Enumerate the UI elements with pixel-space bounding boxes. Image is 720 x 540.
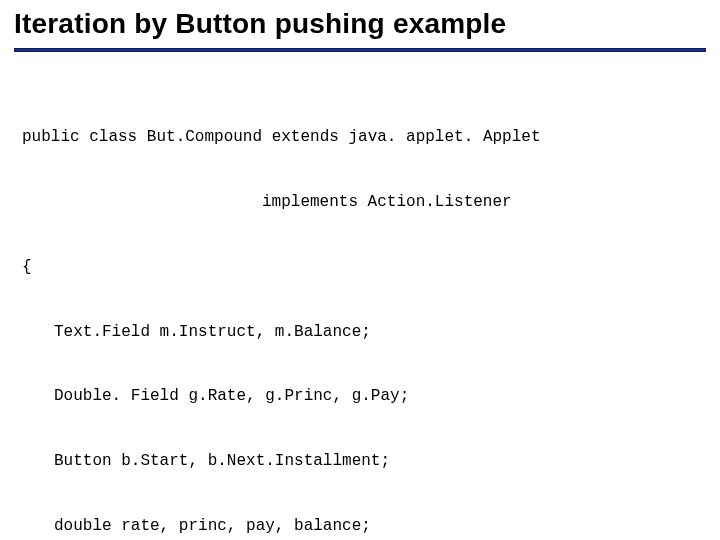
code-line-2: implements Action.Listener (22, 192, 706, 214)
slide-title: Iteration by Button pushing example (14, 8, 706, 40)
code-line-4: Text.Field m.Instruct, m.Balance; (22, 322, 706, 344)
slide: Iteration by Button pushing example publ… (0, 0, 720, 540)
code-line-3: { (22, 257, 706, 279)
code-line-7: double rate, princ, pay, balance; (22, 516, 706, 538)
content-area: public class But.Compound extends java. … (0, 52, 720, 540)
code-line-6: Button b.Start, b.Next.Installment; (22, 451, 706, 473)
title-bar: Iteration by Button pushing example (0, 0, 720, 46)
code-line-5: Double. Field g.Rate, g.Princ, g.Pay; (22, 386, 706, 408)
code-block: public class But.Compound extends java. … (22, 84, 706, 540)
code-line-1: public class But.Compound extends java. … (22, 127, 706, 149)
